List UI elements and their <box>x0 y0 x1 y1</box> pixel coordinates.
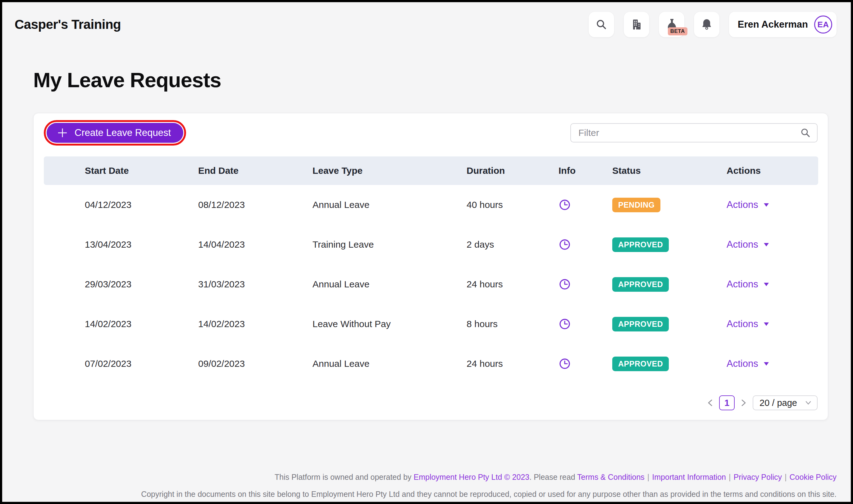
col-actions: Actions <box>727 165 818 176</box>
status-badge: PENDING <box>612 198 660 212</box>
col-info: Info <box>558 165 612 176</box>
info-clock-icon[interactable] <box>558 199 612 211</box>
footer-separator: | <box>647 473 649 481</box>
building-icon <box>630 18 643 31</box>
footer-link-terms[interactable]: Terms & Conditions <box>577 473 645 481</box>
beta-features-button[interactable]: BETA <box>659 12 684 37</box>
footer-company-link[interactable]: Employment Hero Pty Ltd © 2023 <box>414 473 529 481</box>
chevron-down-icon <box>805 401 812 405</box>
cell-end-date: 08/12/2023 <box>198 200 313 210</box>
cell-start-date: 07/02/2023 <box>85 358 198 369</box>
cell-leave-type: Annual Leave <box>313 358 467 369</box>
filter-search-icon[interactable] <box>800 128 811 138</box>
page-size-value: 20 / page <box>760 398 797 408</box>
actions-dropdown[interactable]: Actions <box>727 239 818 250</box>
bell-icon <box>701 18 713 31</box>
actions-dropdown[interactable]: Actions <box>727 358 818 369</box>
page-size-select[interactable]: 20 / page <box>753 395 818 410</box>
cell-end-date: 09/02/2023 <box>198 358 313 369</box>
footer-link-privacy-policy[interactable]: Privacy Policy <box>733 473 782 481</box>
footer-text: This Platform is owned and operated by <box>275 473 414 481</box>
page-number-button[interactable]: 1 <box>719 395 735 410</box>
chevron-down-icon <box>763 202 769 207</box>
user-menu[interactable]: Eren Ackerman EA <box>729 12 837 37</box>
status-badge: APPROVED <box>612 357 669 371</box>
table-row: 07/02/2023 09/02/2023 Annual Leave 24 ho… <box>44 344 818 383</box>
beta-badge: BETA <box>668 27 687 35</box>
footer-text: . Please read <box>529 473 577 481</box>
cell-duration: 8 hours <box>467 319 558 329</box>
avatar: EA <box>814 16 832 34</box>
create-leave-request-label: Create Leave Request <box>74 127 171 139</box>
cell-duration: 24 hours <box>467 279 558 290</box>
cell-end-date: 14/04/2023 <box>198 239 313 250</box>
organisation-button[interactable] <box>624 12 649 37</box>
col-leave-type: Leave Type <box>313 165 467 176</box>
footer-link-cookie-policy[interactable]: Cookie Policy <box>790 473 837 481</box>
filter-input[interactable] <box>578 128 800 138</box>
cell-leave-type: Training Leave <box>313 239 467 250</box>
chevron-down-icon <box>763 361 769 366</box>
cell-start-date: 04/12/2023 <box>85 200 198 210</box>
actions-label: Actions <box>727 319 758 329</box>
search-icon <box>595 19 607 31</box>
cell-start-date: 29/03/2023 <box>85 279 198 290</box>
card-toolbar: Create Leave Request <box>44 120 818 146</box>
create-leave-request-button[interactable]: Create Leave Request <box>47 123 183 143</box>
cell-duration: 24 hours <box>467 358 558 369</box>
page-title: My Leave Requests <box>33 68 221 92</box>
app-window: Casper's Training <box>0 0 853 504</box>
actions-label: Actions <box>727 239 758 250</box>
pagination: 1 20 / page <box>707 395 818 410</box>
actions-label: Actions <box>727 358 758 369</box>
actions-dropdown[interactable]: Actions <box>727 199 818 211</box>
table-header: Start Date End Date Leave Type Duration … <box>44 157 818 185</box>
footer-link-important-information[interactable]: Important Information <box>652 473 726 481</box>
status-badge: APPROVED <box>612 277 669 292</box>
info-clock-icon[interactable] <box>558 278 612 290</box>
cell-leave-type: Annual Leave <box>313 200 467 210</box>
chevron-down-icon <box>763 282 769 287</box>
info-clock-icon[interactable] <box>558 238 612 251</box>
user-name: Eren Ackerman <box>738 19 808 30</box>
next-page-button[interactable] <box>740 398 747 408</box>
footer-line-2: Copyright in the documents on this site … <box>141 490 837 499</box>
status-badge: APPROVED <box>612 317 669 331</box>
cell-duration: 2 days <box>467 239 558 250</box>
cell-end-date: 31/03/2023 <box>198 279 313 290</box>
app-title: Casper's Training <box>15 17 121 32</box>
table-body: 04/12/2023 08/12/2023 Annual Leave 40 ho… <box>44 185 818 383</box>
footer-separator: | <box>729 473 731 481</box>
info-clock-icon[interactable] <box>558 358 612 370</box>
table-row: 14/02/2023 14/02/2023 Leave Without Pay … <box>44 304 818 344</box>
table-row: 13/04/2023 14/04/2023 Training Leave 2 d… <box>44 225 818 265</box>
col-status: Status <box>612 165 727 176</box>
col-start-date: Start Date <box>85 165 198 176</box>
footer-line-1: This Platform is owned and operated by E… <box>141 473 837 482</box>
actions-dropdown[interactable]: Actions <box>727 279 818 290</box>
cell-leave-type: Annual Leave <box>313 279 467 290</box>
create-leave-request-highlight: Create Leave Request <box>44 120 186 146</box>
footer: This Platform is owned and operated by E… <box>141 473 837 499</box>
notifications-button[interactable] <box>694 12 719 37</box>
cell-end-date: 14/02/2023 <box>198 319 313 329</box>
topbar-actions: BETA Eren Ackerman EA <box>589 12 837 37</box>
actions-label: Actions <box>727 199 758 211</box>
plus-icon <box>57 128 68 138</box>
chevron-down-icon <box>763 242 769 247</box>
status-badge: APPROVED <box>612 237 669 252</box>
actions-label: Actions <box>727 279 758 290</box>
prev-page-button[interactable] <box>707 398 714 408</box>
cell-start-date: 13/04/2023 <box>85 239 198 250</box>
filter-field <box>570 123 818 142</box>
cell-duration: 40 hours <box>467 200 558 210</box>
search-button[interactable] <box>589 12 614 37</box>
info-clock-icon[interactable] <box>558 318 612 330</box>
table-row: 04/12/2023 08/12/2023 Annual Leave 40 ho… <box>44 185 818 225</box>
footer-separator: | <box>785 473 787 481</box>
cell-leave-type: Leave Without Pay <box>313 319 467 329</box>
actions-dropdown[interactable]: Actions <box>727 319 818 329</box>
col-duration: Duration <box>467 165 558 176</box>
leave-requests-card: Create Leave Request Start Date End Date… <box>33 113 828 420</box>
chevron-down-icon <box>763 322 769 326</box>
